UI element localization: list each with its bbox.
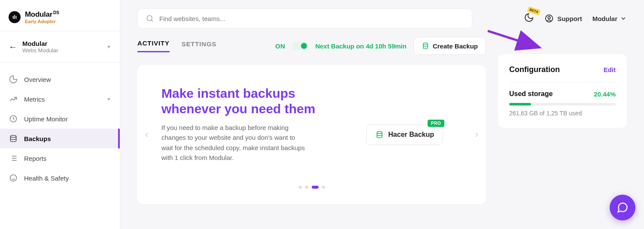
nav-label: Uptime Monitor xyxy=(24,115,68,123)
nav-backups[interactable]: Backups xyxy=(0,129,120,148)
carousel-dot[interactable] xyxy=(299,186,302,189)
create-backup-label: Create Backup xyxy=(433,42,478,50)
svg-point-1 xyxy=(10,136,16,138)
storage-bar xyxy=(509,103,616,105)
storage-fill xyxy=(509,103,531,105)
create-backup-button[interactable]: Create Backup xyxy=(413,37,486,55)
nav-label: Backups xyxy=(24,135,51,142)
support-label: Support xyxy=(557,15,582,22)
user-circle-icon xyxy=(544,14,554,23)
storage-percent: 20.44% xyxy=(594,90,616,98)
site-selector[interactable]: ← Modular Webs Modular ▼ xyxy=(0,31,120,63)
hacer-backup-button[interactable]: PRO Hacer Backup xyxy=(366,124,443,145)
config-edit-link[interactable]: Edit xyxy=(604,66,616,73)
tab-settings[interactable]: SETTINGS xyxy=(182,40,216,52)
svg-point-14 xyxy=(548,16,550,19)
list-icon xyxy=(9,154,18,163)
nav-label: Health & Safety xyxy=(24,175,69,182)
hacer-backup-label: Hacer Backup xyxy=(388,131,434,139)
smile-icon xyxy=(9,173,18,183)
search-box[interactable] xyxy=(137,9,472,28)
support-link[interactable]: Support xyxy=(544,14,582,23)
hero-title: Make instant backups whenever you need t… xyxy=(161,86,316,117)
logo-area: ılı ModularDS Early Adopter xyxy=(0,0,120,31)
site-sub: Webs Modular xyxy=(22,47,101,54)
carousel-next[interactable]: › xyxy=(475,129,478,140)
database-icon xyxy=(9,134,18,143)
chat-icon xyxy=(617,202,629,214)
pie-icon xyxy=(9,75,18,84)
carousel-dot-active[interactable] xyxy=(312,186,319,189)
database-icon xyxy=(422,42,429,50)
nav-uptime[interactable]: Uptime Monitor xyxy=(0,109,120,129)
user-menu[interactable]: Modular xyxy=(592,15,627,22)
chevron-down-icon: ▼ xyxy=(106,96,111,102)
svg-point-11 xyxy=(147,15,152,21)
logo-name: Modular xyxy=(25,10,52,18)
nav-label: Metrics xyxy=(24,96,45,103)
moon-icon xyxy=(524,12,534,23)
pro-badge: PRO xyxy=(428,120,444,127)
logo-tagline: Early Adopter xyxy=(25,19,59,24)
svg-line-12 xyxy=(152,20,153,22)
svg-point-8 xyxy=(10,175,17,181)
config-title: Configuration xyxy=(509,65,560,74)
chevron-down-icon xyxy=(620,15,627,22)
next-backup-text: Next Backup on 4d 10h 59min xyxy=(315,42,407,50)
hero-description: If you need to make a backup before maki… xyxy=(161,123,307,163)
backup-toggle[interactable] xyxy=(292,42,308,50)
nav-label: Reports xyxy=(24,155,47,162)
site-name: Modular xyxy=(22,40,101,47)
carousel-dots xyxy=(161,186,462,189)
storage-label: Used storage xyxy=(509,90,553,98)
tab-activity[interactable]: ACTIVITY xyxy=(137,39,170,52)
theme-toggle[interactable]: BETA xyxy=(524,12,534,24)
carousel-dot[interactable] xyxy=(322,186,325,189)
nav-label: Overview xyxy=(24,76,51,83)
nav-health[interactable]: Health & Safety xyxy=(0,168,120,188)
nav-metrics[interactable]: Metrics ▼ xyxy=(0,89,120,109)
svg-point-16 xyxy=(377,132,382,134)
nav-overview[interactable]: Overview xyxy=(0,69,120,89)
storage-used-text: 261,63 GB of 1,25 TB used xyxy=(509,110,616,117)
carousel-prev[interactable]: ‹ xyxy=(145,129,148,140)
nav-reports[interactable]: Reports xyxy=(0,148,120,168)
logo-icon: ılı xyxy=(9,11,21,23)
back-arrow-icon[interactable]: ← xyxy=(9,42,17,52)
carousel-dot[interactable] xyxy=(305,186,308,189)
monitor-icon xyxy=(9,114,18,124)
status-on: ON xyxy=(275,42,286,50)
metrics-icon xyxy=(9,94,18,104)
search-icon xyxy=(146,14,154,23)
chat-bubble-button[interactable] xyxy=(610,195,635,220)
config-card: Configuration Edit Used storage 20.44% 2… xyxy=(498,54,627,128)
chevron-down-icon: ▼ xyxy=(106,44,111,49)
database-icon xyxy=(375,130,384,139)
hero-card: ‹ › Make instant backups whenever you ne… xyxy=(137,65,486,204)
user-name: Modular xyxy=(592,15,617,22)
logo-ds: DS xyxy=(53,10,59,15)
svg-point-15 xyxy=(423,43,428,45)
search-input[interactable] xyxy=(159,15,464,22)
